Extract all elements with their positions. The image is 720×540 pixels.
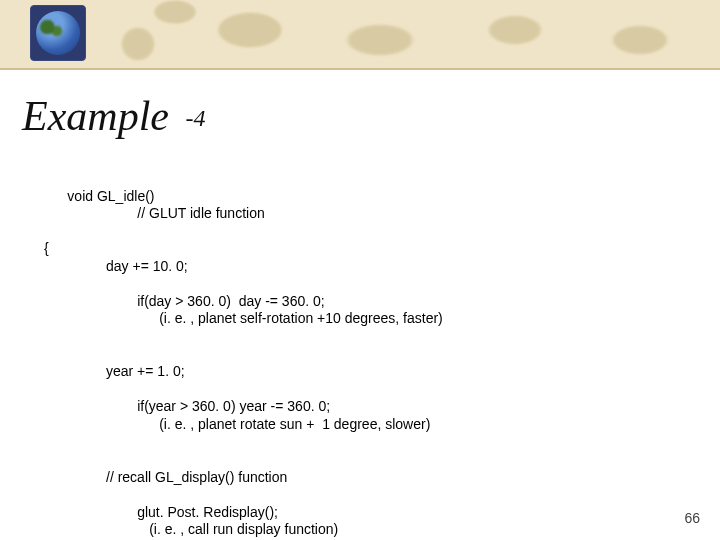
- code-stmt: if(day > 360. 0) day -= 360. 0;: [137, 293, 325, 309]
- page-number: 66: [684, 510, 700, 526]
- code-note: (i. e. , planet rotate sun + 1 degree, s…: [159, 416, 430, 434]
- code-line: year += 1. 0;: [44, 363, 443, 381]
- page-title: Example -4: [22, 92, 205, 140]
- code-signature-comment: // GLUT idle function: [137, 205, 264, 223]
- banner-underline: [0, 68, 720, 70]
- code-line: glut. Post. Redisplay(); (i. e. , call r…: [44, 486, 443, 540]
- title-main: Example: [22, 93, 169, 139]
- code-block-2: year += 1. 0; if(year > 360. 0) year -= …: [44, 363, 443, 451]
- code-signature: void GL_idle(): [67, 188, 154, 206]
- code-stmt: if(year > 360. 0) year -= 360. 0;: [137, 398, 330, 414]
- code-stmt: glut. Post. Redisplay();: [137, 504, 278, 520]
- brace-open: {: [44, 240, 443, 258]
- code-note: (i. e. , call run display function): [149, 521, 338, 539]
- code-line: if(year > 360. 0) year -= 360. 0; (i. e.…: [44, 381, 443, 451]
- code-block-1: day += 10. 0; if(day > 360. 0) day -= 36…: [44, 258, 443, 346]
- globe-icon: [30, 5, 88, 63]
- code-signature-line: void GL_idle() // GLUT idle function: [44, 170, 443, 240]
- banner-map-pattern: [0, 0, 720, 70]
- code-line: // recall GL_display() function: [44, 469, 443, 487]
- code-line: if(day > 360. 0) day -= 360. 0; (i. e. ,…: [44, 275, 443, 345]
- code-note: (i. e. , planet self-rotation +10 degree…: [159, 310, 443, 328]
- banner: [0, 0, 720, 70]
- code-line: day += 10. 0;: [44, 258, 443, 276]
- code-block: void GL_idle() // GLUT idle function { d…: [44, 170, 443, 540]
- title-suffix: -4: [185, 105, 205, 131]
- code-block-3: // recall GL_display() function glut. Po…: [44, 469, 443, 541]
- slide: Example -4 void GL_idle() // GLUT idle f…: [0, 0, 720, 540]
